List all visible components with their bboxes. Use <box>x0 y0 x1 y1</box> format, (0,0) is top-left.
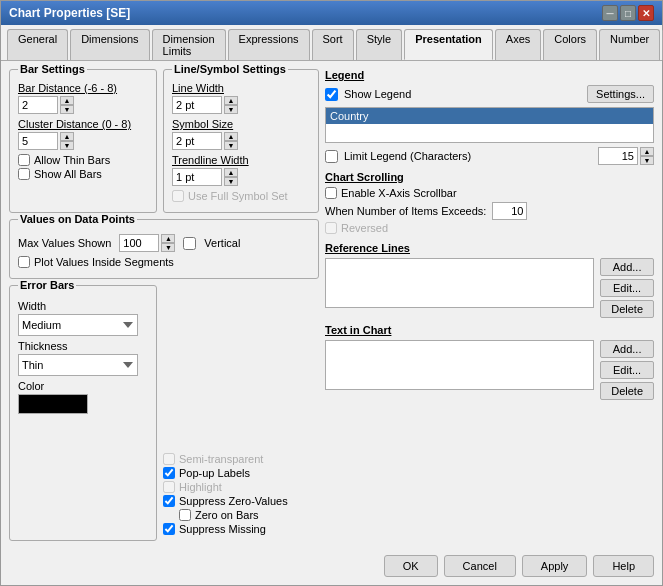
limit-legend-up[interactable]: ▲ <box>640 147 654 156</box>
bar-distance-down[interactable]: ▼ <box>60 105 74 114</box>
max-values-input[interactable] <box>119 234 159 252</box>
reference-lines-heading: Reference Lines <box>325 242 654 254</box>
color-swatch[interactable] <box>18 394 88 414</box>
symbol-size-up[interactable]: ▲ <box>224 132 238 141</box>
plot-values-checkbox[interactable] <box>18 256 30 268</box>
chart-properties-window: Chart Properties [SE] ─ □ ✕ General Dime… <box>0 0 663 586</box>
suppress-missing-checkbox[interactable] <box>163 523 175 535</box>
text-delete-button[interactable]: Delete <box>600 382 654 400</box>
trendline-width-label: Trendline Width <box>172 154 310 166</box>
cluster-distance-down[interactable]: ▼ <box>60 141 74 150</box>
popup-labels-label: Pop-up Labels <box>179 467 250 479</box>
help-button[interactable]: Help <box>593 555 654 577</box>
tab-dimensions[interactable]: Dimensions <box>70 29 149 60</box>
tab-presentation[interactable]: Presentation <box>404 29 493 60</box>
trendline-width-up[interactable]: ▲ <box>224 168 238 177</box>
allow-thin-bars-label: Allow Thin Bars <box>34 154 110 166</box>
enable-scrollbar-checkbox[interactable] <box>325 187 337 199</box>
width-dropdown[interactable]: Medium Small Large <box>18 314 138 336</box>
apply-button[interactable]: Apply <box>522 555 588 577</box>
limit-legend-checkbox[interactable] <box>325 150 338 163</box>
zero-on-bars-label: Zero on Bars <box>195 509 259 521</box>
vertical-label: Vertical <box>204 237 240 249</box>
tab-general[interactable]: General <box>7 29 68 60</box>
tabs-bar: General Dimensions Dimension Limits Expr… <box>1 25 662 61</box>
use-full-symbol-checkbox[interactable] <box>172 190 184 202</box>
max-values-down[interactable]: ▼ <box>161 243 175 252</box>
symbol-size-label: Symbol Size <box>172 118 310 130</box>
cluster-distance-input[interactable] <box>18 132 58 150</box>
thickness-dropdown[interactable]: Thin Medium Thick <box>18 354 138 376</box>
tab-sort[interactable]: Sort <box>312 29 354 60</box>
reference-delete-button[interactable]: Delete <box>600 300 654 318</box>
text-edit-button[interactable]: Edit... <box>600 361 654 379</box>
bar-distance-up[interactable]: ▲ <box>60 96 74 105</box>
maximize-button[interactable]: □ <box>620 5 636 21</box>
suppress-zero-checkbox[interactable] <box>163 495 175 507</box>
error-bars-group: Error Bars Width Medium Small Large <box>9 285 157 541</box>
semi-transparent-checkbox[interactable] <box>163 453 175 465</box>
text-add-button[interactable]: Add... <box>600 340 654 358</box>
bar-distance-input[interactable] <box>18 96 58 114</box>
tab-number[interactable]: Number <box>599 29 660 60</box>
text-in-chart-section: Text in Chart Add... Edit... Delete <box>325 324 654 400</box>
tab-axes[interactable]: Axes <box>495 29 541 60</box>
values-on-data-label: Values on Data Points <box>18 213 137 225</box>
zero-on-bars-checkbox[interactable] <box>179 509 191 521</box>
text-in-chart-area[interactable] <box>325 340 594 390</box>
highlight-checkbox[interactable] <box>163 481 175 493</box>
line-width-input[interactable] <box>172 96 222 114</box>
text-in-chart-heading: Text in Chart <box>325 324 654 336</box>
when-exceeds-label: When Number of Items Exceeds: <box>325 205 486 217</box>
title-bar: Chart Properties [SE] ─ □ ✕ <box>1 1 662 25</box>
bar-distance-label: Bar Distance (-6 - 8) <box>18 82 148 94</box>
limit-legend-down[interactable]: ▼ <box>640 156 654 165</box>
close-button[interactable]: ✕ <box>638 5 654 21</box>
reference-lines-area[interactable] <box>325 258 594 308</box>
tab-expressions[interactable]: Expressions <box>228 29 310 60</box>
when-exceeds-input[interactable] <box>492 202 527 220</box>
legend-list: Country <box>325 107 654 143</box>
chart-scrolling-section: Chart Scrolling Enable X-Axis Scrollbar … <box>325 171 654 236</box>
right-panel: Legend Show Legend Settings... Country L… <box>325 69 654 541</box>
allow-thin-bars-checkbox[interactable] <box>18 154 30 166</box>
bottom-bar: OK Cancel Apply Help <box>1 549 662 585</box>
main-area: Bar Settings Bar Distance (-6 - 8) ▲ ▼ <box>9 69 654 541</box>
tab-colors[interactable]: Colors <box>543 29 597 60</box>
trendline-width-input[interactable] <box>172 168 222 186</box>
max-values-up[interactable]: ▲ <box>161 234 175 243</box>
show-all-bars-label: Show All Bars <box>34 168 102 180</box>
show-all-bars-checkbox[interactable] <box>18 168 30 180</box>
trendline-width-down[interactable]: ▼ <box>224 177 238 186</box>
minimize-button[interactable]: ─ <box>602 5 618 21</box>
max-values-label: Max Values Shown <box>18 237 111 249</box>
show-legend-checkbox[interactable] <box>325 88 338 101</box>
line-width-up[interactable]: ▲ <box>224 96 238 105</box>
symbol-size-input[interactable] <box>172 132 222 150</box>
vertical-checkbox[interactable] <box>183 237 196 250</box>
ok-button[interactable]: OK <box>384 555 438 577</box>
legend-settings-button[interactable]: Settings... <box>587 85 654 103</box>
title-bar-buttons: ─ □ ✕ <box>602 5 654 21</box>
window-title: Chart Properties [SE] <box>9 6 130 20</box>
reference-edit-button[interactable]: Edit... <box>600 279 654 297</box>
reversed-label: Reversed <box>341 222 388 234</box>
line-width-down[interactable]: ▼ <box>224 105 238 114</box>
reversed-checkbox[interactable] <box>325 222 337 234</box>
cluster-distance-up[interactable]: ▲ <box>60 132 74 141</box>
middle-options: Semi-transparent Pop-up Labels Highlight <box>163 285 319 541</box>
values-on-data-group: Values on Data Points Max Values Shown ▲… <box>9 219 319 279</box>
width-label: Width <box>18 300 148 312</box>
symbol-size-down[interactable]: ▼ <box>224 141 238 150</box>
cluster-distance-label: Cluster Distance (0 - 8) <box>18 118 148 130</box>
reference-add-button[interactable]: Add... <box>600 258 654 276</box>
show-legend-label: Show Legend <box>344 88 411 100</box>
limit-legend-value[interactable] <box>598 147 638 165</box>
cancel-button[interactable]: Cancel <box>444 555 516 577</box>
tab-dimension-limits[interactable]: Dimension Limits <box>152 29 226 60</box>
tab-style[interactable]: Style <box>356 29 402 60</box>
popup-labels-checkbox[interactable] <box>163 467 175 479</box>
left-panel: Bar Settings Bar Distance (-6 - 8) ▲ ▼ <box>9 69 319 541</box>
text-in-chart-buttons: Add... Edit... Delete <box>600 340 654 400</box>
reference-lines-section: Reference Lines Add... Edit... Delete <box>325 242 654 318</box>
